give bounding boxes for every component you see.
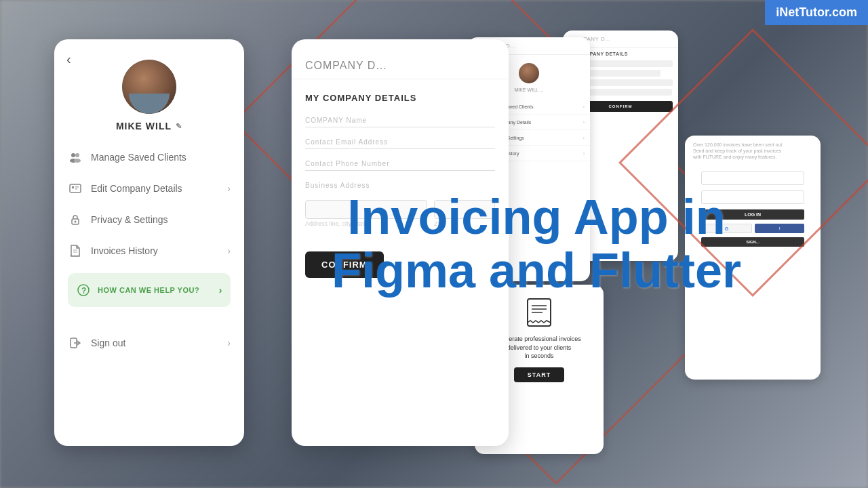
user-profile-section: MIKE WILL ✎ — [54, 53, 244, 131]
facebook-signin-button[interactable]: f — [755, 224, 804, 233]
sidebar-item-manage-clients[interactable]: Manage Saved Clients — [61, 142, 237, 173]
company-name-input[interactable] — [305, 127, 495, 127]
company-name-field: COMPANY Name — [305, 117, 495, 127]
avatar — [122, 60, 176, 114]
sidebar-panel: ‹ MIKE WILL ✎ Manage Saved Clients — [54, 39, 244, 446]
login-button[interactable]: LOG IN — [701, 209, 804, 220]
google-icon: G — [725, 226, 728, 231]
start-button[interactable]: START — [514, 367, 564, 382]
promo-line3: in seconds — [497, 352, 581, 361]
google-signin-button[interactable]: G — [701, 224, 752, 233]
brand-badge: iNetTutor.com — [765, 0, 868, 25]
address-input-row: Address line, city, state ZIP — [305, 200, 495, 227]
login-password-input[interactable] — [701, 190, 804, 204]
email-field: Contact Email Address — [305, 138, 495, 149]
mini-phone-login: Over 120,000 invoices have been sent out… — [685, 136, 821, 380]
sidebar-item-invoices[interactable]: Invoices History › — [61, 235, 237, 266]
social-buttons: G f — [701, 224, 804, 233]
svg-point-0 — [71, 153, 75, 157]
svg-point-3 — [74, 159, 81, 163]
edit-username-icon[interactable]: ✎ — [176, 122, 182, 131]
phone-label: Contact Phone Number — [305, 160, 495, 167]
sign-button[interactable]: SIGN... — [701, 237, 804, 247]
facebook-icon: f — [779, 226, 780, 230]
address-zip-field: ZIP — [434, 200, 495, 227]
manage-clients-icon — [68, 150, 83, 165]
phone-header: COMPANY D... — [292, 39, 509, 79]
mini-avatar-1 — [519, 63, 539, 83]
privacy-icon — [68, 212, 83, 227]
invoices-icon — [68, 243, 83, 258]
svg-point-1 — [75, 153, 79, 157]
confirm-button[interactable]: CONFIRM — [305, 251, 384, 278]
signout-icon — [68, 336, 83, 350]
mini-arrow-edit: › — [583, 120, 585, 125]
signout-arrow: › — [227, 338, 231, 348]
invoices-arrow: › — [227, 245, 231, 256]
avatar-image — [122, 60, 176, 114]
username-label: MIKE WILL — [116, 121, 172, 131]
company-title: COMPANY D... — [305, 60, 495, 72]
address-field-label-row: Business Address — [305, 182, 495, 189]
manage-clients-label: Manage Saved Clients — [91, 152, 186, 163]
svg-rect-5 — [72, 186, 74, 188]
svg-rect-7 — [75, 188, 77, 190]
phone-input[interactable] — [305, 170, 495, 171]
login-email-input[interactable] — [701, 171, 804, 185]
email-input[interactable] — [305, 148, 495, 149]
email-label: Contact Email Address — [305, 138, 495, 146]
mini-username-1: MIKE WILL ... — [515, 87, 544, 92]
address-main-field: Address line, city, state — [305, 200, 427, 227]
edit-company-icon — [68, 181, 83, 196]
sidebar-menu: Manage Saved Clients Edit Company Detail… — [54, 142, 244, 359]
sidebar-item-privacy[interactable]: Privacy & Settings — [61, 204, 237, 235]
mini-arrow-invoices: › — [583, 151, 585, 156]
help-arrow: › — [219, 285, 222, 296]
login-form: LOG IN G f SIGN... — [693, 165, 812, 253]
back-icon: ‹ — [66, 52, 71, 66]
center-phone-mockup: COMPANY D... MY COMPANY DETAILS COMPANY … — [292, 39, 509, 446]
sidebar-item-edit-company[interactable]: Edit Company Details › — [61, 173, 237, 204]
phone-content: MY COMPANY DETAILS COMPANY Name Contact … — [292, 79, 509, 291]
invoices-label: Invoices History — [91, 245, 158, 256]
brand-name: iNetTutor.com — [776, 5, 857, 19]
signout-label: Sign out — [91, 338, 125, 348]
svg-point-9 — [75, 221, 77, 223]
privacy-label: Privacy & Settings — [91, 214, 168, 225]
promo-line2: delivered to your clients — [497, 344, 581, 352]
user-name-row: MIKE WILL ✎ — [116, 121, 182, 131]
section-title: MY COMPANY DETAILS — [305, 93, 495, 103]
svg-rect-6 — [75, 186, 79, 188]
help-label: HOW CAN WE HELP YOU? — [98, 286, 199, 294]
mini-arrow-privacy: › — [583, 136, 585, 140]
edit-company-label: Edit Company Details — [91, 183, 182, 194]
company-name-label: COMPANY Name — [305, 117, 495, 124]
back-button[interactable]: ‹ — [66, 52, 71, 67]
svg-text:?: ? — [81, 286, 87, 296]
help-icon: ? — [76, 283, 91, 298]
promo-line1: Generate professional invoices — [497, 335, 581, 344]
mini-arrow-manage: › — [583, 104, 585, 109]
sidebar-item-signout[interactable]: Sign out › — [61, 327, 237, 359]
address-label: Business Address — [305, 182, 495, 189]
help-button[interactable]: ? HOW CAN WE HELP YOU? › — [68, 273, 231, 307]
edit-company-arrow: › — [227, 183, 231, 194]
phone-field: Contact Phone Number — [305, 160, 495, 171]
